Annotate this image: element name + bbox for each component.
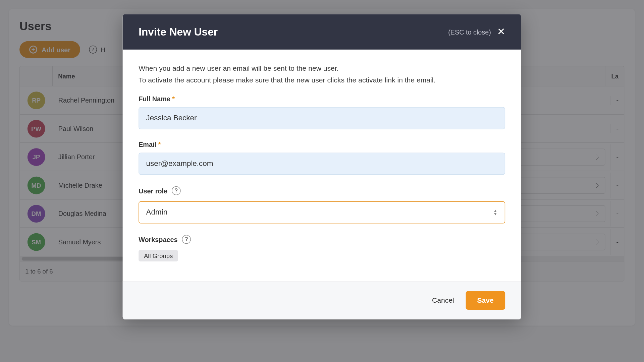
esc-hint: (ESC to close): [448, 28, 491, 36]
save-button[interactable]: Save: [466, 291, 505, 310]
modal-overlay[interactable]: Invite New User (ESC to close) ✕ When yo…: [0, 0, 644, 362]
cancel-button[interactable]: Cancel: [432, 297, 454, 305]
close-icon[interactable]: ✕: [497, 27, 505, 37]
full-name-label: Full Name *: [139, 95, 505, 103]
invite-user-modal: Invite New User (ESC to close) ✕ When yo…: [123, 14, 521, 319]
help-icon[interactable]: ?: [172, 186, 180, 195]
email-label: Email *: [139, 141, 505, 148]
workspaces-label: Workspaces: [139, 236, 177, 243]
modal-title: Invite New User: [139, 26, 218, 38]
help-icon[interactable]: ?: [182, 235, 191, 244]
workspace-chip[interactable]: All Groups: [139, 250, 178, 261]
chevron-updown-icon: ▴▾: [494, 209, 497, 216]
modal-instructions: When you add a new user an email will be…: [139, 63, 505, 85]
email-input[interactable]: [139, 153, 505, 175]
full-name-input[interactable]: [139, 107, 505, 129]
user-role-select[interactable]: Admin ▴▾: [139, 201, 505, 224]
user-role-label: User role: [139, 187, 167, 194]
